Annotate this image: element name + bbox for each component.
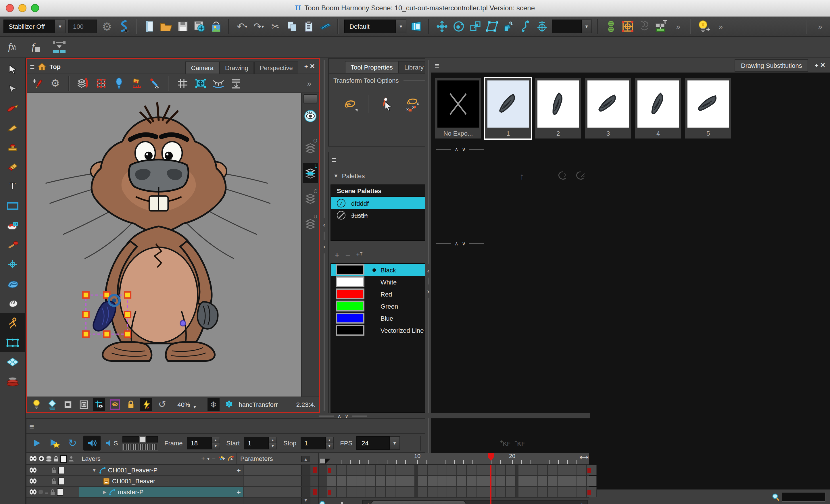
- stabilizer-dropdown[interactable]: Stabilizer Off ▾: [3, 20, 66, 33]
- tab-drawing[interactable]: Drawing: [219, 62, 254, 73]
- stop-spinner[interactable]: 1 ▲▼: [300, 437, 334, 449]
- frame-cell[interactable]: [386, 487, 395, 497]
- playhead-line[interactable]: [490, 465, 491, 504]
- add-drawing-icon[interactable]: [30, 76, 44, 91]
- workspace-dropdown-arrow[interactable]: ▾: [396, 20, 406, 33]
- stabilizer-amount-field[interactable]: 100: [68, 20, 97, 33]
- sound-scrub-icon[interactable]: S: [105, 436, 119, 450]
- horizontal-splitter[interactable]: ∧∨: [329, 241, 592, 246]
- undo-icon[interactable]: ↶▾: [235, 19, 249, 34]
- collapse-right-icon[interactable]: ›: [427, 287, 429, 296]
- person-icon[interactable]: [68, 455, 74, 462]
- rotate-3d-icon[interactable]: [502, 19, 516, 34]
- morph-icon[interactable]: [0, 274, 25, 294]
- frame-track-row[interactable]: [319, 476, 589, 487]
- frame-spinner[interactable]: 18 ▲▼: [187, 437, 220, 449]
- frame-cell[interactable]: [548, 487, 557, 497]
- stabilizer-pen-icon[interactable]: [117, 19, 130, 34]
- frame-icon[interactable]: [77, 398, 90, 411]
- delete-layer-icon[interactable]: −: [212, 455, 216, 462]
- f-hold-icon[interactable]: f: [29, 40, 42, 55]
- open-scene-icon[interactable]: [159, 19, 173, 34]
- cut-icon[interactable]: ✂: [268, 19, 282, 34]
- substitution-card[interactable]: 3: [585, 78, 631, 138]
- frame-cell[interactable]: [477, 487, 486, 497]
- frame-cell[interactable]: [518, 476, 528, 486]
- frame-cell[interactable]: [418, 476, 428, 486]
- frame-cell[interactable]: [506, 465, 516, 475]
- zoom-level[interactable]: 40%: [177, 401, 190, 408]
- tab-perspective[interactable]: Perspective: [254, 62, 298, 73]
- frame-cell[interactable]: [438, 487, 447, 497]
- layers-stack-icon[interactable]: [46, 456, 52, 462]
- frame-cell[interactable]: [356, 465, 366, 475]
- frame-cell[interactable]: [405, 487, 415, 497]
- axes-eye-icon[interactable]: [93, 398, 105, 411]
- add-layer-icon[interactable]: +: [201, 455, 205, 462]
- camera-menu-icon[interactable]: ≡: [30, 62, 34, 70]
- frame-cell[interactable]: [447, 487, 457, 497]
- layers-scrollbar-track[interactable]: [301, 476, 310, 486]
- redo-icon[interactable]: ↷▾: [252, 19, 265, 34]
- new-scene-icon[interactable]: [142, 19, 156, 34]
- vertical-splitter[interactable]: ‹ ›: [320, 58, 328, 413]
- pivot-crosshair-icon[interactable]: [0, 255, 25, 274]
- rotate-icon[interactable]: [452, 19, 466, 34]
- export-image-icon[interactable]: [209, 19, 223, 34]
- frame-cell[interactable]: [518, 465, 528, 475]
- frame-cell[interactable]: [457, 465, 467, 475]
- frame-cell[interactable]: [347, 487, 356, 497]
- frame-cell[interactable]: [386, 465, 395, 475]
- flatten-icon[interactable]: [318, 19, 332, 34]
- frame-cell[interactable]: [376, 487, 386, 497]
- collapse-right-icon[interactable]: ›: [323, 242, 325, 251]
- layer-colour-cell[interactable]: [310, 465, 318, 475]
- kf-add-icon[interactable]: +KF: [500, 439, 510, 447]
- layer-row[interactable]: ≡▶master-P+: [26, 487, 318, 498]
- frame-cell[interactable]: [577, 476, 587, 486]
- kf-remove-icon[interactable]: −KF: [514, 439, 525, 447]
- add-texture-icon[interactable]: +ᵀ: [356, 251, 362, 258]
- move-up-icon[interactable]: ↑: [520, 171, 524, 180]
- layer-parameters-cell[interactable]: [243, 476, 301, 486]
- fx-curve-icon[interactable]: fx ↓: [6, 40, 20, 55]
- beaver-character[interactable]: [43, 101, 274, 384]
- onion-arcs-icon[interactable]: [212, 76, 225, 91]
- stabilizer-dropdown-arrow[interactable]: ▾: [55, 20, 66, 33]
- add-view-icon[interactable]: +: [305, 63, 308, 70]
- overflow-chevron[interactable]: »: [813, 19, 827, 34]
- overflow-chevron[interactable]: »: [713, 19, 727, 34]
- frame-cell[interactable]: [327, 465, 337, 475]
- transform-box-icon[interactable]: [0, 333, 25, 352]
- alignment-dropdown[interactable]: ▾: [552, 20, 592, 33]
- side-scrollbar[interactable]: [304, 94, 317, 103]
- brush-icon[interactable]: [0, 98, 25, 118]
- tab-tool-properties[interactable]: Tool Properties: [345, 61, 398, 73]
- substitution-card[interactable]: 5: [685, 78, 731, 138]
- frame-cell[interactable]: [496, 465, 506, 475]
- copy-icon[interactable]: [285, 19, 299, 34]
- collapse-left-icon[interactable]: ‹: [427, 266, 429, 275]
- layer-toggle-C[interactable]: C: [303, 189, 318, 208]
- frame-cell[interactable]: [366, 487, 376, 497]
- frame-cell[interactable]: [538, 476, 548, 486]
- layers-scrollbar-track[interactable]: [301, 487, 310, 497]
- lasso-icon[interactable]: [109, 398, 121, 411]
- layers-scrollbar-track[interactable]: [301, 465, 310, 475]
- onion-discs-icon[interactable]: [0, 372, 25, 391]
- lasso-points-icon[interactable]: xxx: [403, 94, 422, 114]
- frames-hscrollbar[interactable]: ◀▶: [362, 500, 588, 504]
- frame-cell[interactable]: [557, 465, 567, 475]
- substitution-search-input[interactable]: [782, 492, 825, 502]
- close-view-icon[interactable]: ✕: [310, 63, 315, 70]
- onion-handles-icon[interactable]: [637, 19, 651, 34]
- layer-parameters-cell[interactable]: [243, 487, 301, 497]
- palette-edit-icon[interactable]: [574, 169, 587, 182]
- eyes-icon[interactable]: [29, 456, 37, 462]
- play-icon[interactable]: [30, 436, 44, 450]
- frame-track-row[interactable]: [319, 465, 589, 476]
- frame-cell[interactable]: [337, 476, 347, 486]
- layers-scrollbar[interactable]: ▲: [301, 455, 310, 462]
- frame-cell[interactable]: [386, 476, 395, 486]
- frame-cell[interactable]: [528, 476, 538, 486]
